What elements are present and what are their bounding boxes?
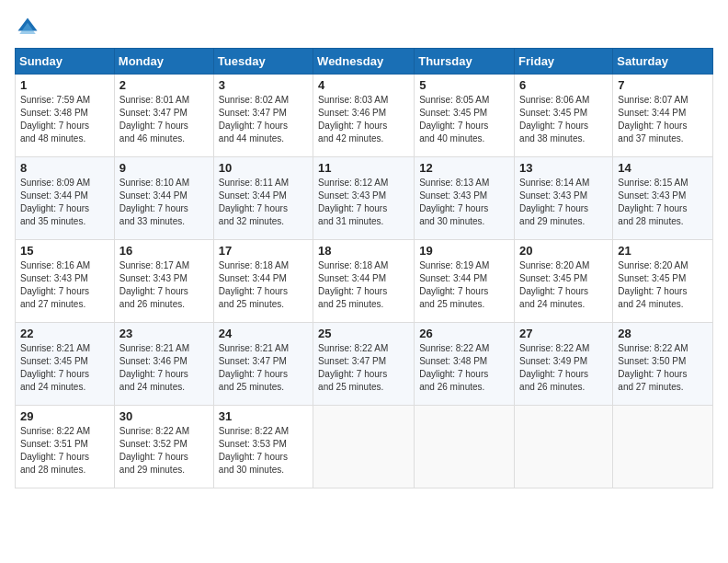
calendar-cell: 7Sunrise: 8:07 AM Sunset: 3:44 PM Daylig…	[613, 75, 713, 157]
calendar-cell: 27Sunrise: 8:22 AM Sunset: 3:49 PM Dayli…	[515, 323, 613, 406]
day-number: 26	[419, 327, 509, 340]
calendar-cell	[515, 406, 613, 488]
day-info: Sunrise: 8:22 AM Sunset: 3:50 PM Dayligh…	[618, 342, 708, 394]
calendar-cell: 30Sunrise: 8:22 AM Sunset: 3:52 PM Dayli…	[114, 406, 213, 488]
day-info: Sunrise: 8:22 AM Sunset: 3:49 PM Dayligh…	[519, 342, 608, 394]
calendar-cell: 25Sunrise: 8:22 AM Sunset: 3:47 PM Dayli…	[313, 323, 415, 406]
day-number: 8	[20, 161, 109, 175]
column-header-sunday: Sunday	[16, 49, 115, 75]
calendar-cell: 31Sunrise: 8:22 AM Sunset: 3:53 PM Dayli…	[213, 406, 313, 488]
day-number: 6	[519, 78, 608, 92]
calendar-cell: 9Sunrise: 8:10 AM Sunset: 3:44 PM Daylig…	[114, 157, 213, 240]
calendar-cell: 11Sunrise: 8:12 AM Sunset: 3:43 PM Dayli…	[313, 157, 415, 240]
day-info: Sunrise: 8:14 AM Sunset: 3:43 PM Dayligh…	[519, 177, 608, 228]
calendar-cell: 23Sunrise: 8:21 AM Sunset: 3:46 PM Dayli…	[114, 323, 213, 406]
day-info: Sunrise: 8:09 AM Sunset: 3:44 PM Dayligh…	[20, 177, 109, 228]
calendar-cell: 3Sunrise: 8:02 AM Sunset: 3:47 PM Daylig…	[213, 75, 313, 157]
day-number: 18	[318, 244, 409, 258]
column-header-wednesday: Wednesday	[313, 49, 415, 75]
day-number: 23	[119, 327, 209, 340]
day-number: 29	[20, 409, 109, 423]
calendar-cell	[313, 406, 415, 488]
logo-icon	[15, 15, 40, 40]
day-info: Sunrise: 8:18 AM Sunset: 3:44 PM Dayligh…	[318, 259, 409, 311]
calendar-cell: 8Sunrise: 8:09 AM Sunset: 3:44 PM Daylig…	[16, 157, 115, 240]
day-info: Sunrise: 8:21 AM Sunset: 3:45 PM Dayligh…	[20, 342, 109, 394]
day-info: Sunrise: 7:59 AM Sunset: 3:48 PM Dayligh…	[20, 94, 109, 145]
day-number: 17	[219, 244, 308, 258]
calendar-cell: 14Sunrise: 8:15 AM Sunset: 3:43 PM Dayli…	[613, 157, 713, 240]
day-number: 30	[119, 409, 209, 423]
day-number: 31	[219, 409, 308, 423]
calendar-cell	[415, 406, 515, 488]
day-number: 4	[318, 78, 409, 92]
day-info: Sunrise: 8:12 AM Sunset: 3:43 PM Dayligh…	[318, 177, 409, 228]
calendar-cell: 2Sunrise: 8:01 AM Sunset: 3:47 PM Daylig…	[114, 75, 213, 157]
calendar-week-row: 1Sunrise: 7:59 AM Sunset: 3:48 PM Daylig…	[16, 75, 713, 157]
day-number: 25	[318, 327, 409, 340]
day-number: 28	[618, 327, 708, 340]
calendar-cell: 1Sunrise: 7:59 AM Sunset: 3:48 PM Daylig…	[16, 75, 115, 157]
calendar-table: SundayMondayTuesdayWednesdayThursdayFrid…	[15, 48, 713, 488]
calendar-cell: 16Sunrise: 8:17 AM Sunset: 3:43 PM Dayli…	[114, 240, 213, 323]
day-number: 13	[519, 161, 608, 175]
day-number: 7	[618, 78, 708, 92]
day-info: Sunrise: 8:17 AM Sunset: 3:43 PM Dayligh…	[119, 259, 209, 311]
calendar-week-row: 22Sunrise: 8:21 AM Sunset: 3:45 PM Dayli…	[16, 323, 713, 406]
day-info: Sunrise: 8:15 AM Sunset: 3:43 PM Dayligh…	[618, 177, 708, 228]
calendar-cell	[613, 406, 713, 488]
day-number: 16	[119, 244, 209, 258]
day-number: 14	[618, 161, 708, 175]
calendar-cell: 13Sunrise: 8:14 AM Sunset: 3:43 PM Dayli…	[515, 157, 613, 240]
calendar-cell: 28Sunrise: 8:22 AM Sunset: 3:50 PM Dayli…	[613, 323, 713, 406]
calendar-week-row: 15Sunrise: 8:16 AM Sunset: 3:43 PM Dayli…	[16, 240, 713, 323]
day-info: Sunrise: 8:02 AM Sunset: 3:47 PM Dayligh…	[219, 94, 308, 145]
day-number: 10	[219, 161, 308, 175]
day-info: Sunrise: 8:20 AM Sunset: 3:45 PM Dayligh…	[618, 259, 708, 311]
column-header-monday: Monday	[114, 49, 213, 75]
day-number: 15	[20, 244, 109, 258]
day-info: Sunrise: 8:06 AM Sunset: 3:45 PM Dayligh…	[519, 94, 608, 145]
day-info: Sunrise: 8:22 AM Sunset: 3:52 PM Dayligh…	[119, 425, 209, 477]
day-number: 2	[119, 78, 209, 92]
day-info: Sunrise: 8:07 AM Sunset: 3:44 PM Dayligh…	[618, 94, 708, 145]
day-number: 22	[20, 327, 109, 340]
calendar-cell: 26Sunrise: 8:22 AM Sunset: 3:48 PM Dayli…	[415, 323, 515, 406]
day-number: 11	[318, 161, 409, 175]
day-info: Sunrise: 8:22 AM Sunset: 3:53 PM Dayligh…	[219, 425, 308, 477]
day-number: 19	[419, 244, 509, 258]
day-number: 12	[419, 161, 509, 175]
calendar-cell: 18Sunrise: 8:18 AM Sunset: 3:44 PM Dayli…	[313, 240, 415, 323]
column-header-tuesday: Tuesday	[213, 49, 313, 75]
calendar-cell: 12Sunrise: 8:13 AM Sunset: 3:43 PM Dayli…	[415, 157, 515, 240]
day-info: Sunrise: 8:10 AM Sunset: 3:44 PM Dayligh…	[119, 177, 209, 228]
calendar-cell: 20Sunrise: 8:20 AM Sunset: 3:45 PM Dayli…	[515, 240, 613, 323]
day-info: Sunrise: 8:03 AM Sunset: 3:46 PM Dayligh…	[318, 94, 409, 145]
calendar-cell: 24Sunrise: 8:21 AM Sunset: 3:47 PM Dayli…	[213, 323, 313, 406]
calendar-cell: 5Sunrise: 8:05 AM Sunset: 3:45 PM Daylig…	[415, 75, 515, 157]
day-info: Sunrise: 8:19 AM Sunset: 3:44 PM Dayligh…	[419, 259, 509, 311]
column-header-saturday: Saturday	[613, 49, 713, 75]
calendar-cell: 6Sunrise: 8:06 AM Sunset: 3:45 PM Daylig…	[515, 75, 613, 157]
day-info: Sunrise: 8:22 AM Sunset: 3:51 PM Dayligh…	[20, 425, 109, 477]
column-header-thursday: Thursday	[415, 49, 515, 75]
calendar-header-row: SundayMondayTuesdayWednesdayThursdayFrid…	[16, 49, 713, 75]
day-info: Sunrise: 8:11 AM Sunset: 3:44 PM Dayligh…	[219, 177, 308, 228]
day-info: Sunrise: 8:05 AM Sunset: 3:45 PM Dayligh…	[419, 94, 509, 145]
column-header-friday: Friday	[515, 49, 613, 75]
calendar-cell: 10Sunrise: 8:11 AM Sunset: 3:44 PM Dayli…	[213, 157, 313, 240]
day-number: 3	[219, 78, 308, 92]
calendar-cell: 19Sunrise: 8:19 AM Sunset: 3:44 PM Dayli…	[415, 240, 515, 323]
day-number: 1	[20, 78, 109, 92]
logo	[15, 15, 44, 40]
page-header	[15, 15, 713, 40]
day-info: Sunrise: 8:01 AM Sunset: 3:47 PM Dayligh…	[119, 94, 209, 145]
day-info: Sunrise: 8:22 AM Sunset: 3:48 PM Dayligh…	[419, 342, 509, 394]
day-info: Sunrise: 8:13 AM Sunset: 3:43 PM Dayligh…	[419, 177, 509, 228]
day-number: 5	[419, 78, 509, 92]
calendar-cell: 22Sunrise: 8:21 AM Sunset: 3:45 PM Dayli…	[16, 323, 115, 406]
calendar-cell: 15Sunrise: 8:16 AM Sunset: 3:43 PM Dayli…	[16, 240, 115, 323]
calendar-cell: 29Sunrise: 8:22 AM Sunset: 3:51 PM Dayli…	[16, 406, 115, 488]
day-number: 27	[519, 327, 608, 340]
day-info: Sunrise: 8:18 AM Sunset: 3:44 PM Dayligh…	[219, 259, 308, 311]
